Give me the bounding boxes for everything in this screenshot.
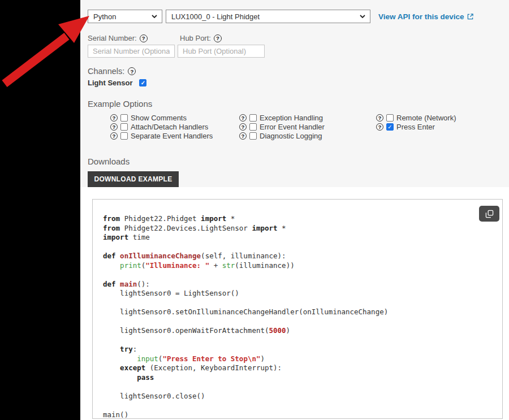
chevron-down-icon <box>152 15 157 18</box>
channels-label-group: Channels: ? <box>88 67 509 76</box>
code-line: lightSensor0.close() <box>103 392 475 401</box>
language-select-value: Python <box>93 12 116 21</box>
view-api-link[interactable]: View API for this device <box>378 12 473 21</box>
hub-port-label-group: Hub Port: ? <box>180 34 222 42</box>
field-inputs-row <box>88 45 509 58</box>
channel-label: Light Sensor <box>88 79 132 87</box>
help-icon[interactable]: ? <box>239 132 247 140</box>
option-diagnostic-logging[interactable]: ?Diagnostic Logging <box>239 132 376 140</box>
checkbox-checked[interactable]: ✓ <box>386 123 394 131</box>
code-content: from Phidget22.Phidget import *from Phid… <box>93 200 502 419</box>
code-line: from Phidget22.Devices.LightSensor impor… <box>103 224 475 233</box>
serial-number-label: Serial Number: <box>88 34 137 42</box>
hub-port-label: Hub Port: <box>180 34 211 42</box>
checkbox-unchecked[interactable] <box>386 114 394 122</box>
option-exception-handling[interactable]: ?Exception Handling <box>239 114 376 122</box>
help-icon[interactable]: ? <box>239 114 247 122</box>
code-line: lightSensor0.openWaitForAttachment(5000) <box>103 326 475 336</box>
code-line <box>103 382 475 392</box>
serial-number-label-group: Serial Number: ? <box>88 34 180 42</box>
code-line: import time <box>103 233 475 243</box>
option-label: Attach/Detach Handlers <box>131 123 208 131</box>
code-line: lightSensor0 = LightSensor() <box>103 289 475 298</box>
option-label: Separate Event Handlers <box>131 132 213 140</box>
example-options-heading: Example Options <box>88 99 509 109</box>
checkbox-unchecked[interactable] <box>120 123 128 131</box>
checkbox-unchecked[interactable] <box>120 114 128 122</box>
channels-label: Channels: <box>88 67 124 76</box>
help-icon[interactable]: ? <box>110 132 118 140</box>
help-icon[interactable]: ? <box>110 123 118 131</box>
code-line: pass <box>103 373 475 383</box>
channel-light-sensor[interactable]: Light Sensor✓ <box>88 79 509 87</box>
checkbox-unchecked[interactable] <box>249 132 257 140</box>
help-icon[interactable]: ? <box>376 123 383 131</box>
download-example-button[interactable]: DOWNLOAD EXAMPLE <box>88 171 179 187</box>
help-icon[interactable]: ? <box>110 114 118 122</box>
example-options-grid: ?Show Comments?Attach/Detach Handlers?Se… <box>110 114 509 140</box>
code-line: input("Press Enter to Stop\n") <box>103 354 475 364</box>
option-show-comments[interactable]: ?Show Comments <box>110 114 239 122</box>
code-line <box>103 270 475 280</box>
option-label: Exception Handling <box>260 114 323 122</box>
option-separate-event-handlers[interactable]: ?Separate Event Handlers <box>110 132 239 140</box>
code-line: try: <box>103 345 475 354</box>
channel-list: Light Sensor✓ <box>88 79 509 87</box>
help-icon[interactable]: ? <box>376 114 383 122</box>
content-area: Python LUX1000_0 - Light Phidget View AP… <box>80 0 509 420</box>
top-row: Python LUX1000_0 - Light Phidget View AP… <box>88 10 509 23</box>
external-link-icon <box>467 14 473 20</box>
copy-code-button[interactable] <box>479 206 499 222</box>
code-line <box>103 243 475 252</box>
hub-port-input[interactable] <box>178 45 265 58</box>
black-backdrop <box>0 0 80 420</box>
help-icon[interactable]: ? <box>140 34 148 42</box>
checkbox-unchecked[interactable] <box>249 114 257 122</box>
code-line: lightSensor0.setOnIlluminanceChangeHandl… <box>103 308 475 317</box>
options-column: ?Show Comments?Attach/Detach Handlers?Se… <box>110 114 239 140</box>
config-panel: Python LUX1000_0 - Light Phidget View AP… <box>80 0 509 187</box>
chevron-down-icon <box>360 15 365 18</box>
language-select[interactable]: Python <box>88 10 162 23</box>
view-api-link-label: View API for this device <box>378 12 464 21</box>
serial-number-input[interactable] <box>88 45 175 58</box>
field-labels-row: Serial Number: ? Hub Port: ? <box>88 34 509 42</box>
code-line <box>103 401 475 410</box>
option-attach-detach-handlers[interactable]: ?Attach/Detach Handlers <box>110 123 239 131</box>
code-block: from Phidget22.Phidget import *from Phid… <box>92 199 503 419</box>
option-label: Show Comments <box>131 114 187 122</box>
device-select[interactable]: LUX1000_0 - Light Phidget <box>166 10 370 23</box>
option-label: Press Enter <box>396 123 435 131</box>
code-line: def onIlluminanceChange(self, illuminanc… <box>103 252 475 261</box>
checkbox-unchecked[interactable] <box>249 123 257 131</box>
help-icon[interactable]: ? <box>239 123 247 131</box>
option-remote-network[interactable]: ?Remote (Network) <box>376 114 456 122</box>
page: Python LUX1000_0 - Light Phidget View AP… <box>0 0 509 420</box>
code-line: main() <box>103 410 475 420</box>
code-line: def main(): <box>103 280 475 289</box>
downloads-heading: Downloads <box>88 157 509 166</box>
code-line <box>103 317 475 327</box>
code-line: print("Illuminance: " + str(illuminance)… <box>103 261 475 271</box>
code-line: except (Exception, KeyboardInterrupt): <box>103 363 475 373</box>
help-icon[interactable]: ? <box>214 34 222 42</box>
checkbox-unchecked[interactable] <box>120 132 128 140</box>
option-label: Remote (Network) <box>396 114 456 122</box>
device-select-value: LUX1000_0 - Light Phidget <box>171 12 260 21</box>
code-line <box>103 336 475 345</box>
option-label: Diagnostic Logging <box>260 132 322 140</box>
checkbox-checked[interactable]: ✓ <box>139 79 146 86</box>
options-column: ?Remote (Network)?✓Press Enter <box>376 114 456 140</box>
code-line: from Phidget22.Phidget import * <box>103 214 475 224</box>
option-label: Error Event Handler <box>260 123 325 131</box>
help-icon[interactable]: ? <box>128 67 136 75</box>
options-column: ?Exception Handling?Error Event Handler?… <box>239 114 376 140</box>
copy-icon <box>485 210 494 218</box>
code-line <box>103 298 475 308</box>
option-error-event-handler[interactable]: ?Error Event Handler <box>239 123 376 131</box>
option-press-enter[interactable]: ?✓Press Enter <box>376 123 456 131</box>
